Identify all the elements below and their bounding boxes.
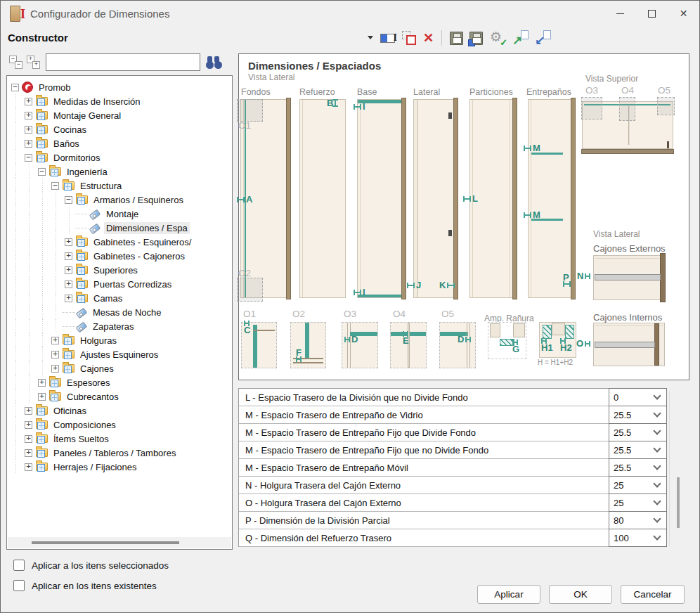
- tree-item[interactable]: Zapateras: [8, 319, 231, 333]
- tree-toggle-minus-icon[interactable]: −: [11, 84, 19, 91]
- ok-button[interactable]: OK: [549, 585, 612, 604]
- search-input[interactable]: [46, 53, 200, 71]
- tree-toggle-plus-icon[interactable]: +: [25, 126, 32, 134]
- chevron-down-icon[interactable]: [653, 392, 661, 399]
- tree-item[interactable]: +Camas: [8, 291, 231, 305]
- tree-item-label[interactable]: Mesas de Noche: [91, 306, 164, 318]
- tree-horizontal-scrollbar[interactable]: [8, 537, 231, 548]
- tree-item-label[interactable]: Estructura: [78, 180, 124, 192]
- tree-toggle-plus-icon[interactable]: +: [65, 266, 72, 274]
- category-tree[interactable]: −Promob+Medidas de Inserción+Montaje Gen…: [6, 75, 233, 550]
- tree-item[interactable]: −Armarios / Esquineros: [8, 193, 231, 207]
- tree-item[interactable]: +Gabinetes - Cajoneros: [8, 249, 231, 263]
- tree-toggle-plus-icon[interactable]: +: [25, 112, 32, 120]
- tree-item-label[interactable]: Promob: [37, 82, 73, 93]
- dimension-value-dropdown[interactable]: 100: [609, 529, 667, 547]
- binoculars-search-icon[interactable]: [206, 56, 224, 69]
- dimension-value-dropdown[interactable]: 80: [609, 511, 667, 529]
- tree-item[interactable]: +Montaje General: [8, 108, 231, 122]
- checkbox-icon[interactable]: [13, 580, 25, 591]
- dropdown-caret-icon[interactable]: [368, 36, 373, 39]
- title-bar[interactable]: Configurador de Dimensiones ✕: [1, 1, 699, 26]
- constructor-combo[interactable]: Constructor: [8, 26, 373, 49]
- table-scrollbar-track[interactable]: [669, 392, 670, 546]
- tree-item-label[interactable]: Herrajes / Fijaciones: [51, 461, 139, 473]
- tree-item-label[interactable]: Montaje General: [51, 110, 123, 122]
- tree-item[interactable]: +Herrajes / Fijaciones: [8, 460, 231, 474]
- dimension-value-dropdown[interactable]: 25: [609, 493, 667, 512]
- tree-toggle-plus-icon[interactable]: +: [51, 337, 59, 344]
- dimension-value-dropdown[interactable]: 25.5: [609, 406, 667, 424]
- delete-icon[interactable]: ✕: [423, 30, 434, 46]
- tree-item-label[interactable]: Paneles / Tableros / Tambores: [51, 447, 178, 459]
- maximize-button[interactable]: [636, 1, 668, 26]
- chevron-down-icon[interactable]: [653, 427, 661, 434]
- tree-toggle-plus-icon[interactable]: +: [38, 393, 46, 401]
- tree-toggle-plus-icon[interactable]: +: [25, 463, 32, 471]
- import-icon[interactable]: ↙: [535, 30, 551, 46]
- save-image-icon[interactable]: [469, 32, 483, 45]
- tree-toggle-plus-icon[interactable]: +: [65, 238, 72, 246]
- tree-toggle-minus-icon[interactable]: −: [38, 168, 46, 176]
- tree-item-label[interactable]: Ajustes Esquineros: [78, 349, 160, 361]
- tree-item[interactable]: +Puertas Corredizas: [8, 277, 231, 291]
- tree-item[interactable]: +Superiores: [8, 263, 231, 277]
- tree-item[interactable]: +Gabinetes - Esquineros/: [8, 235, 231, 249]
- tree-item[interactable]: −Dormitorios: [8, 150, 231, 164]
- chevron-down-icon[interactable]: [653, 462, 661, 470]
- tree-toggle-plus-icon[interactable]: +: [38, 379, 46, 387]
- tree-item[interactable]: −Promob: [8, 80, 231, 94]
- tree-toggle-plus-icon[interactable]: +: [51, 365, 59, 373]
- tree-item-label[interactable]: Oficinas: [51, 405, 89, 417]
- tree-item[interactable]: +Holguras: [8, 333, 231, 347]
- dimension-value-dropdown[interactable]: 0: [609, 388, 667, 406]
- apply-existing-checkbox-row[interactable]: Aplicar en los itens existentes: [13, 580, 157, 591]
- table-scrollbar-thumb[interactable]: [677, 477, 680, 528]
- tree-item-label[interactable]: Puertas Corredizas: [91, 278, 174, 290]
- dimension-value-dropdown[interactable]: 25.5: [609, 423, 667, 441]
- tree-item[interactable]: +Paneles / Tableros / Tambores: [8, 446, 231, 460]
- tree-item[interactable]: +Baños: [8, 136, 231, 150]
- tree-item-label[interactable]: Cocinas: [51, 124, 89, 136]
- tree-item[interactable]: Dimensiones / Espa: [8, 221, 231, 235]
- tree-item-label[interactable]: Ítems Sueltos: [51, 433, 111, 445]
- minimize-button[interactable]: [604, 1, 636, 26]
- chevron-down-icon[interactable]: [653, 479, 661, 487]
- export-icon[interactable]: ↗: [512, 30, 529, 46]
- apply-selected-checkbox-row[interactable]: Aplicar a los itens seleccionados: [13, 560, 169, 571]
- tree-toggle-plus-icon[interactable]: +: [25, 407, 32, 415]
- chevron-down-icon[interactable]: [653, 497, 661, 505]
- tree-item-label[interactable]: Cubrecantos: [65, 391, 121, 403]
- tree-item[interactable]: −Estructura: [8, 179, 231, 193]
- collapse-all-icon[interactable]: [9, 55, 23, 69]
- tree-item-label[interactable]: Gabinetes - Esquineros/: [91, 236, 193, 248]
- tree-toggle-plus-icon[interactable]: +: [65, 252, 72, 260]
- tree-toggle-plus-icon[interactable]: +: [51, 351, 59, 359]
- tree-item[interactable]: +Ajustes Esquineros: [8, 347, 231, 361]
- tree-toggle-minus-icon[interactable]: −: [51, 182, 59, 190]
- tree-toggle-plus-icon[interactable]: +: [25, 98, 32, 105]
- tree-item-label[interactable]: Holguras: [78, 335, 119, 347]
- tree-item-label[interactable]: Composiciones: [51, 419, 118, 431]
- tree-item[interactable]: Montaje: [8, 207, 231, 221]
- tree-item[interactable]: +Cocinas: [8, 122, 231, 136]
- tree-item[interactable]: +Cajones: [8, 361, 231, 375]
- tree-item[interactable]: +Oficinas: [8, 404, 231, 418]
- dimension-value-dropdown[interactable]: 25.5: [609, 458, 667, 477]
- tree-item-label[interactable]: Superiores: [91, 264, 140, 276]
- tree-item[interactable]: −Ingeniería: [8, 164, 231, 179]
- tree-item-label[interactable]: Zapateras: [91, 321, 136, 333]
- tree-item[interactable]: +Cubrecantos: [8, 389, 231, 404]
- tree-item-label[interactable]: Dimensiones / Espa: [104, 222, 190, 234]
- tree-toggle-plus-icon[interactable]: +: [25, 140, 32, 148]
- tree-scrollbar-thumb[interactable]: [32, 541, 179, 544]
- apply-button[interactable]: Aplicar: [477, 585, 540, 604]
- tree-item[interactable]: +Composiciones: [8, 418, 231, 432]
- tree-toggle-plus-icon[interactable]: +: [65, 280, 72, 288]
- tree-item-label[interactable]: Baños: [51, 138, 82, 150]
- tree-toggle-plus-icon[interactable]: +: [65, 295, 72, 302]
- chevron-down-icon[interactable]: [653, 532, 661, 540]
- chevron-down-icon[interactable]: [653, 444, 661, 452]
- cancel-button[interactable]: Cancelar: [621, 585, 685, 604]
- tree-toggle-plus-icon[interactable]: +: [25, 449, 32, 457]
